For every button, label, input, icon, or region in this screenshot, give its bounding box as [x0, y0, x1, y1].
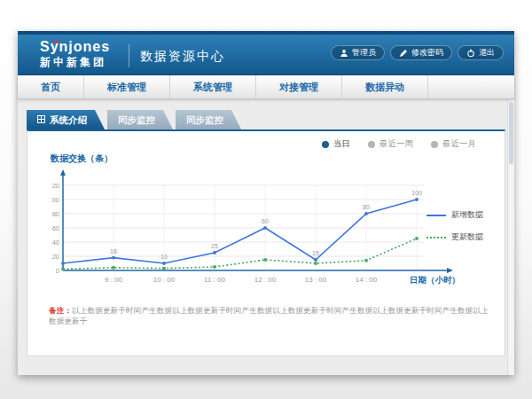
legend-item-0: 新增数据 — [426, 209, 496, 221]
edit-icon — [399, 49, 408, 58]
user-button-1[interactable]: 修改密码 — [390, 45, 452, 60]
data-point-label: 60 — [262, 218, 269, 224]
content-panel: 当日最近一周最近一月 数据交换（条） 0204060801001209 : 00… — [27, 129, 505, 356]
app-window: Synjones 新中新集团 数据资源中心 管理员修改密码退出 首页标准管理系统… — [18, 31, 514, 375]
grid-icon — [37, 110, 45, 129]
tab-label: 同步监控 — [118, 110, 155, 129]
brand-logo: Synjones 新中新集团 — [40, 39, 110, 69]
data-point-label: 15 — [312, 250, 319, 256]
range-option-label: 最近一月 — [442, 138, 476, 150]
user-buttons-group: 管理员修改密码退出 — [331, 45, 504, 60]
legend-label: 新增数据 — [451, 209, 483, 221]
radio-icon — [322, 141, 329, 148]
scrollbar-thumb[interactable] — [509, 102, 513, 164]
data-point[interactable] — [112, 266, 114, 269]
user-button-label: 管理员 — [352, 47, 376, 59]
range-option-1[interactable]: 最近一周 — [368, 138, 413, 150]
tab-0[interactable]: 系统介绍 — [27, 110, 105, 129]
brand-dot-icon — [55, 40, 59, 43]
tab-label: 系统介绍 — [50, 110, 87, 129]
user-button-2[interactable]: 退出 — [458, 45, 504, 60]
y-tick-label: 120 — [52, 182, 59, 190]
y-tick-label: 100 — [52, 196, 59, 204]
nav-item-0[interactable]: 首页 — [18, 75, 84, 98]
y-tick-label: 80 — [52, 210, 59, 218]
nav-item-1[interactable]: 标准管理 — [84, 75, 170, 98]
app-header: Synjones 新中新集团 数据资源中心 管理员修改密码退出 — [18, 31, 514, 75]
header-divider — [129, 44, 129, 67]
x-tick-label: 9 : 00 — [105, 276, 123, 284]
data-point-label: 25 — [211, 243, 218, 249]
data-point[interactable] — [314, 262, 317, 264]
legend-line-sample — [426, 237, 446, 239]
nav-item-3[interactable]: 对接管理 — [256, 75, 342, 98]
data-point[interactable] — [415, 237, 418, 239]
data-point[interactable] — [213, 265, 215, 268]
vertical-scrollbar[interactable] — [507, 100, 514, 375]
time-range-options: 当日最近一周最近一月 — [322, 138, 476, 150]
data-point[interactable] — [364, 259, 367, 262]
legend-label: 更新数据 — [451, 231, 483, 243]
data-point[interactable] — [162, 262, 166, 265]
range-option-label: 当日 — [333, 138, 350, 150]
user-button-label: 退出 — [479, 47, 495, 59]
line-chart: 0204060801001209 : 0010 : 0011 : 0012 : … — [52, 167, 462, 300]
data-point-label: 100 — [411, 190, 422, 196]
data-point[interactable] — [263, 226, 267, 230]
data-point[interactable] — [61, 268, 64, 270]
y-tick-label: 40 — [52, 239, 59, 246]
user-button-label: 修改密码 — [411, 47, 443, 59]
data-point-label: 80 — [363, 204, 370, 210]
radio-icon — [368, 141, 375, 148]
data-point[interactable] — [61, 262, 65, 265]
footer-note-text: 以上数据更新于时间产生数据以上数据更新于时间产生数据以上数据更新于时间产生数据以… — [49, 306, 489, 325]
data-point[interactable] — [213, 251, 216, 254]
x-tick-label: 10 : 00 — [153, 276, 176, 284]
y-tick-label: 60 — [52, 224, 59, 232]
tab-1[interactable]: 同步监控 — [107, 110, 173, 129]
legend-item-1: 更新数据 — [426, 231, 496, 243]
page-title: 数据资源中心 — [140, 49, 225, 65]
brand-logo-subtext: 新中新集团 — [40, 55, 110, 69]
footer-note-prefix: 备注： — [49, 306, 72, 315]
power-icon — [466, 49, 475, 58]
data-point[interactable] — [415, 198, 419, 201]
main-nav: 首页标准管理系统管理对接管理数据异动 — [18, 75, 514, 99]
x-tick-label: 11 : 00 — [204, 276, 225, 284]
data-point-label: 18 — [110, 248, 117, 254]
y-tick-label: 20 — [52, 253, 59, 261]
range-option-0[interactable]: 当日 — [322, 138, 350, 150]
tab-bar: 系统介绍同步监控同步监控 — [27, 110, 244, 129]
range-option-label: 最近一周 — [379, 138, 413, 150]
user-button-0[interactable]: 管理员 — [331, 45, 385, 60]
radio-icon — [431, 141, 438, 148]
tab-label: 同步监控 — [186, 110, 223, 129]
y-tick-label: 0 — [56, 267, 59, 275]
chart-x-axis-title: 日期（小时） — [410, 275, 460, 286]
nav-item-4[interactable]: 数据异动 — [342, 75, 428, 98]
brand-logo-text: Synjones — [40, 39, 110, 55]
range-option-2[interactable]: 最近一月 — [431, 138, 476, 150]
tab-2[interactable]: 同步监控 — [176, 110, 241, 129]
data-point[interactable] — [314, 258, 317, 262]
footer-note: 备注：以上数据更新于时间产生数据以上数据更新于时间产生数据以上数据更新于时间产生… — [49, 306, 492, 327]
user-icon — [340, 49, 348, 58]
data-point[interactable] — [364, 212, 368, 215]
x-tick-label: 13 : 00 — [305, 276, 327, 284]
data-point-label: 10 — [160, 254, 168, 260]
x-tick-label: 12 : 00 — [254, 276, 277, 284]
data-point[interactable] — [162, 267, 165, 270]
x-tick-label: 14 : 00 — [356, 276, 378, 284]
chart-y-axis-title: 数据交换（条） — [51, 153, 113, 165]
data-point[interactable] — [112, 256, 115, 260]
data-point[interactable] — [263, 258, 266, 261]
nav-item-2[interactable]: 系统管理 — [170, 75, 256, 98]
chart-legend: 新增数据更新数据 — [426, 209, 496, 254]
legend-line-sample — [426, 215, 446, 216]
